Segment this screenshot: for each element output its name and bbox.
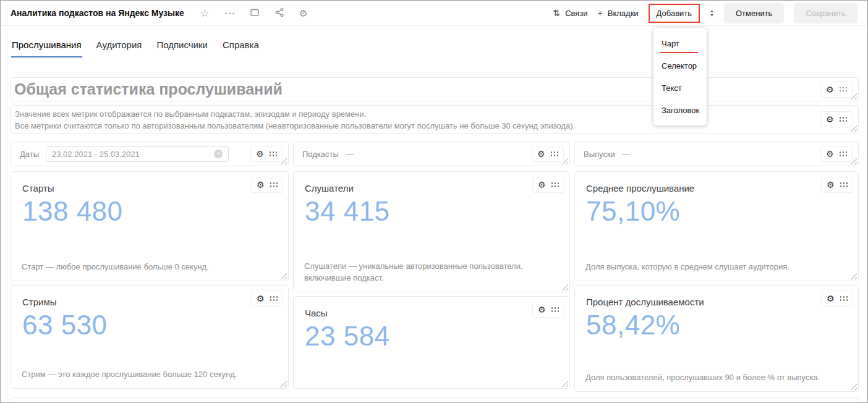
cancel-button[interactable]: Отменить	[724, 3, 784, 23]
plus-icon: +	[598, 8, 603, 18]
gear-icon[interactable]: ⚙	[257, 294, 265, 303]
gear-icon[interactable]: ⚙	[826, 115, 834, 124]
date-range-input[interactable]: 23.02.2021 - 25.03.2021 ×	[46, 146, 229, 162]
widget-actions: ⚙	[821, 291, 853, 307]
add-tabs-button[interactable]: + Вкладки	[598, 8, 639, 18]
resize-handle[interactable]	[561, 380, 568, 387]
gear-icon[interactable]: ⚙	[256, 150, 264, 158]
description-line-1: Значение всех метрик отображается по выб…	[15, 108, 854, 120]
metric-title: Старты	[22, 183, 54, 193]
episodes-label: Выпуски	[584, 150, 615, 159]
menu-item-title-label: Заголовок	[662, 106, 699, 115]
widget-actions: ⚙	[532, 146, 564, 162]
podcasts-value[interactable]: —	[346, 150, 354, 159]
drag-handle-icon[interactable]	[270, 296, 278, 301]
metric-card-starts: ⚙ Старты 138 480 Старт — любое прослушив…	[11, 171, 289, 281]
widget-actions: ⚙	[820, 146, 853, 162]
podcasts-label: Подкасты	[302, 150, 339, 159]
tab-subscribers[interactable]: Подписчики	[156, 30, 208, 57]
reorder-icon[interactable]: ▲ ▼	[710, 9, 714, 17]
gear-icon[interactable]: ⚙	[257, 180, 265, 189]
gear-icon[interactable]: ⚙	[538, 180, 546, 189]
gear-icon[interactable]: ⚙	[827, 294, 835, 303]
metric-value: 75,10%	[586, 195, 680, 227]
star-icon[interactable]: ☆	[200, 8, 210, 19]
resize-handle[interactable]	[280, 380, 287, 387]
metric-card-listeners: ⚙ Слушатели 34 415 Слушатели — уникальны…	[293, 171, 570, 292]
metric-value: 23 584	[305, 320, 390, 352]
menu-item-text-label: Текст	[662, 83, 682, 93]
selector-podcasts: Подкасты —	[294, 142, 569, 166]
tabs-label: Вкладки	[608, 9, 639, 18]
clear-icon[interactable]: ×	[214, 150, 223, 158]
top-bar-right: ⇅ Связи + Вкладки Добавить ▲ ▼ Отменить …	[553, 3, 857, 23]
menu-item-selector[interactable]: Селектор	[653, 54, 707, 77]
tab-audience[interactable]: Аудитория	[96, 30, 143, 57]
save-button[interactable]: Сохранить	[794, 3, 857, 23]
metric-title: Слушатели	[305, 183, 354, 193]
metric-value: 58,42%	[586, 309, 680, 341]
drag-handle-icon[interactable]	[270, 151, 278, 156]
metric-value: 138 480	[22, 195, 123, 227]
add-button[interactable]: Добавить	[649, 4, 700, 23]
resize-handle[interactable]	[561, 284, 568, 291]
menu-item-text[interactable]: Текст	[653, 77, 707, 99]
drag-handle-icon[interactable]	[551, 307, 560, 312]
widget-actions: ⚙	[821, 177, 853, 193]
drag-handle-icon[interactable]	[840, 117, 848, 122]
drag-handle-icon[interactable]	[270, 182, 278, 187]
dates-label: Даты	[20, 150, 39, 159]
dashboard-tabs: Прослушивания Аудитория Подписчики Справ…	[1, 26, 867, 61]
sort-arrows-icon: ⇅	[553, 8, 560, 18]
menu-item-title[interactable]: Заголовок	[653, 99, 707, 121]
caret-up-icon: ▲	[710, 9, 714, 13]
partial-widget	[11, 397, 859, 403]
page-title: Аналитика подкастов на Яндекс Музыке	[11, 8, 184, 18]
selector-dates: Даты 23.02.2021 - 25.03.2021 ×	[11, 142, 288, 166]
metric-card-hours: ⚙ Часы 23 584	[293, 296, 570, 389]
drag-handle-icon[interactable]	[840, 182, 848, 187]
resize-handle[interactable]	[280, 273, 287, 279]
description-line-2: Все метрики считаются только по авторизо…	[15, 120, 854, 132]
episodes-value[interactable]: —	[622, 150, 630, 159]
widget-actions: ⚙	[251, 291, 283, 307]
folder-icon[interactable]	[250, 7, 260, 19]
tab-help[interactable]: Справка	[222, 30, 260, 57]
selector-podcasts-widget: Подкасты — ⚙	[293, 142, 570, 166]
gear-icon[interactable]: ⚙	[826, 150, 834, 158]
metric-caption: Доля пользователей, прослушавших 90 и бо…	[585, 371, 842, 383]
links-button[interactable]: ⇅ Связи	[553, 8, 587, 18]
metric-card-streams: ⚙ Стримы 63 530 Стрим — это каждое просл…	[11, 285, 289, 389]
title-action-icons: ☆ ⋯ ⚙	[200, 7, 308, 19]
settings-gear-icon[interactable]: ⚙	[299, 9, 307, 18]
drag-handle-icon[interactable]	[840, 151, 848, 156]
links-label: Связи	[565, 9, 587, 18]
widget-actions: ⚙	[532, 302, 564, 318]
metric-caption: Доля выпуска, которую в среднем слушает …	[585, 261, 842, 273]
widget-actions: ⚙	[250, 146, 283, 162]
metric-card-avg-listen: ⚙ Среднее прослушивание 75,10% Доля выпу…	[574, 171, 859, 281]
drag-handle-icon[interactable]	[840, 296, 848, 301]
gear-icon[interactable]: ⚙	[537, 150, 545, 158]
metric-title: Часы	[305, 308, 328, 318]
top-bar: Аналитика подкастов на Яндекс Музыке ☆ ⋯…	[1, 1, 867, 26]
drag-handle-icon[interactable]	[840, 87, 848, 92]
resize-handle[interactable]	[850, 273, 857, 279]
menu-item-chart-label: Чарт	[662, 39, 679, 48]
more-icon[interactable]: ⋯	[224, 8, 235, 19]
drag-handle-icon[interactable]	[551, 151, 559, 156]
metric-title: Среднее прослушивание	[586, 183, 694, 193]
metric-title: Стримы	[22, 297, 57, 307]
menu-item-chart[interactable]: Чарт	[653, 32, 707, 54]
gear-icon[interactable]: ⚙	[827, 180, 835, 189]
drag-handle-icon[interactable]	[551, 182, 560, 187]
share-icon[interactable]	[274, 7, 284, 19]
gear-icon[interactable]: ⚙	[538, 305, 546, 314]
metric-card-completion-rate: ⚙ Процент дослушиваемости 58,42% Доля по…	[574, 285, 859, 392]
gear-icon[interactable]: ⚙	[826, 85, 834, 94]
widget-actions: ⚙	[820, 82, 853, 98]
widget-actions: ⚙	[532, 177, 564, 193]
tab-listens[interactable]: Прослушивания	[11, 30, 82, 57]
description-text: Значение всех метрик отображается по выб…	[11, 106, 858, 134]
resize-handle[interactable]	[850, 383, 857, 390]
